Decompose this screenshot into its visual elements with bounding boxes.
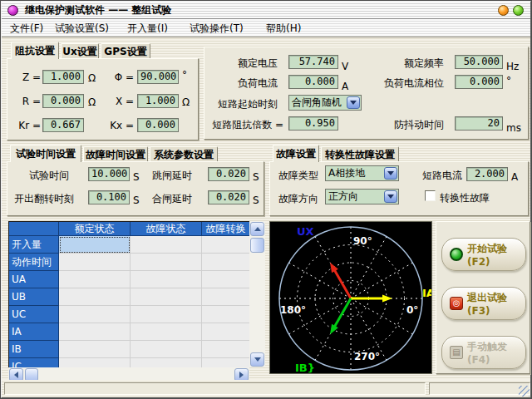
menu-binary-input[interactable]: 开入量(I) — [124, 19, 171, 37]
table-cell[interactable] — [131, 341, 202, 358]
close-delay-field[interactable]: 0.020 — [208, 190, 249, 204]
table-cell[interactable] — [59, 306, 131, 323]
stop-icon: ◎ — [450, 297, 463, 310]
convertible-fault-checkbox[interactable] — [425, 190, 436, 201]
title-bar[interactable]: 继电保护测试软件 —— 整组试验 — [2, 2, 530, 19]
r-field[interactable]: 0.000 — [42, 94, 84, 108]
table-cell[interactable] — [202, 271, 249, 288]
rated-voltage-field[interactable]: 57.740 — [288, 55, 338, 69]
table-row-header[interactable]: UC — [9, 306, 59, 323]
kr-field[interactable]: 0.667 — [42, 118, 84, 132]
debounce-time-field[interactable]: 20 — [455, 116, 503, 131]
start-icon — [450, 248, 463, 261]
minimize-button[interactable] — [498, 5, 509, 16]
load-current-phase-field[interactable]: 0.000 — [455, 75, 503, 89]
z-label: Z = — [11, 71, 41, 83]
table-cell[interactable] — [59, 271, 131, 288]
phi-field[interactable]: 90.000 — [137, 70, 179, 84]
table-cell[interactable] — [59, 323, 131, 341]
tab-system-param-settings[interactable]: 系统参数设置 — [150, 146, 218, 162]
tab-ux-settings[interactable]: Ux设置 — [61, 43, 99, 59]
menu-file[interactable]: 文件(F) — [7, 19, 47, 37]
manual-trigger-button[interactable]: ▤ 手动触发(F4) — [441, 336, 526, 369]
table-cell[interactable] — [202, 306, 249, 323]
table-cell[interactable] — [59, 288, 131, 306]
table-row-header[interactable]: IB — [9, 341, 59, 358]
table-cell[interactable] — [202, 254, 249, 271]
table-cell[interactable] — [202, 323, 249, 341]
close-button[interactable] — [513, 5, 524, 16]
table-cell[interactable] — [59, 236, 131, 254]
x-field[interactable]: 1.000 — [137, 94, 179, 108]
rated-frequency-field[interactable]: 50.000 — [455, 55, 503, 69]
table-row: UA — [9, 271, 249, 288]
table-column-header[interactable]: 额定状态 — [59, 222, 131, 236]
vertical-scrollbar[interactable] — [249, 221, 265, 367]
short-circuit-current-field[interactable]: 2.000 — [466, 167, 508, 181]
table-row-header[interactable]: UA — [9, 271, 59, 288]
status-message-area — [4, 382, 426, 395]
menu-bar: 文件(F) 试验设置(S) 开入量(I) 试验操作(T) 帮助(H) — [2, 19, 530, 37]
table-cell[interactable] — [59, 341, 131, 358]
menu-help[interactable]: 帮助(H) — [263, 19, 304, 37]
table-cell[interactable] — [131, 323, 202, 341]
vertical-scroll-thumb[interactable] — [250, 238, 264, 253]
table-row-header[interactable]: IC — [9, 358, 59, 367]
table-row-header[interactable]: 动作时间 — [9, 254, 59, 271]
table-row: 开入量 — [9, 236, 249, 254]
table-cell[interactable] — [59, 254, 131, 271]
z-field[interactable]: 1.000 — [42, 70, 84, 84]
impedance-multiplier-label: 短路阻抗倍数 = — [211, 119, 283, 131]
table-cell[interactable] — [202, 236, 249, 254]
table-column-header[interactable]: 故障转换 — [202, 222, 249, 236]
chevron-down-icon[interactable] — [384, 167, 397, 180]
phi-unit: ° — [182, 69, 187, 81]
flip-time-field[interactable]: 0.100 — [88, 190, 130, 204]
table-cell[interactable] — [131, 271, 202, 288]
tab-gps-settings[interactable]: GPS设置 — [101, 43, 150, 59]
scroll-up-icon[interactable] — [250, 222, 264, 236]
state-table[interactable]: 额定状态故障状态故障转换开入量动作时间UAUBUCIAIBIC — [8, 221, 249, 367]
table-cell[interactable] — [131, 288, 202, 306]
exit-test-button[interactable]: ◎ 退出试验(F3) — [441, 287, 526, 320]
status-secondary-area — [429, 382, 530, 395]
table-row-header[interactable]: 开入量 — [9, 236, 59, 254]
tab-impedance-settings[interactable]: 阻抗设置 — [11, 42, 59, 59]
table-cell[interactable] — [59, 358, 131, 367]
short-circuit-start-combobox[interactable]: 合闸角随机 — [288, 95, 362, 111]
table-cell[interactable] — [131, 358, 202, 367]
tab-test-time-settings[interactable]: 试验时间设置 — [10, 145, 81, 162]
tab-fault-time-settings[interactable]: 故障时间设置 — [83, 146, 148, 162]
close-delay-label: 合闸延时 — [150, 193, 192, 204]
test-time-field[interactable]: 10.000 — [88, 167, 130, 181]
table-cell[interactable] — [131, 254, 202, 271]
r-label: R = — [11, 96, 41, 107]
resize-grip[interactable] — [519, 386, 530, 397]
table-column-header[interactable]: 故障状态 — [131, 222, 202, 236]
table-cell[interactable] — [202, 288, 249, 306]
table-cell[interactable] — [202, 341, 249, 358]
tab-fault-settings[interactable]: 故障设置 — [273, 145, 319, 162]
table-cell[interactable] — [131, 306, 202, 323]
table-row-header[interactable]: IA — [9, 323, 59, 341]
trip-delay-field[interactable]: 0.020 — [208, 167, 249, 181]
fault-type-combobox[interactable]: A相接地 — [325, 165, 399, 181]
start-test-button[interactable]: 开始试验(F2) — [441, 238, 526, 271]
load-current-field[interactable]: 0.000 — [288, 75, 338, 89]
scroll-down-icon[interactable] — [250, 352, 264, 367]
kx-field[interactable]: 0.000 — [137, 118, 179, 132]
table-cell[interactable] — [131, 236, 202, 254]
table-cell[interactable] — [202, 358, 249, 367]
chevron-down-icon[interactable] — [347, 96, 360, 109]
impedance-multiplier-field[interactable]: 0.950 — [288, 116, 338, 131]
fault-type-value: A相接地 — [328, 166, 384, 180]
plot-0deg-label: 0° — [406, 304, 418, 316]
tab-convertible-fault-settings[interactable]: 转换性故障设置 — [321, 146, 399, 162]
menu-test-settings[interactable]: 试验设置(S) — [52, 19, 112, 37]
chevron-down-icon[interactable] — [384, 190, 397, 203]
menu-test-operation[interactable]: 试验操作(T) — [186, 19, 247, 37]
red-phasor-head — [330, 263, 338, 273]
fault-direction-combobox[interactable]: 正方向 — [325, 189, 399, 204]
rated-voltage-unit: V — [342, 61, 348, 72]
table-row-header[interactable]: UB — [9, 288, 59, 306]
